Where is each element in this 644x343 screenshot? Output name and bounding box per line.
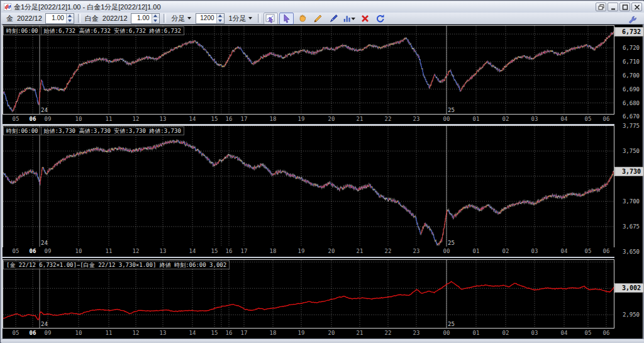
- time-axis-label: 02: [502, 116, 509, 122]
- time-axis-label: 14: [189, 248, 196, 254]
- platinum-candlestick-chart[interactable]: 2425 時刻:06:00 始値:3,730 高値:3,730 安値:3,730…: [3, 125, 614, 247]
- interval-dropdown[interactable]: 1分足: [228, 13, 253, 24]
- platinum-ohlc-cell: 始値:3,730 高値:3,730 安値:3,730 終値:3,730: [41, 127, 184, 135]
- time-axis-label: 19: [298, 248, 305, 254]
- gold-contract-month: 2022/12: [17, 14, 42, 22]
- window-bottom-frame: [1, 339, 644, 343]
- platinum-multiplier-spinner[interactable]: 1.00: [131, 13, 160, 24]
- pan-tool-button[interactable]: [295, 13, 309, 25]
- date-marker-label: 25: [448, 107, 455, 113]
- plat-mult-up-button[interactable]: [152, 14, 159, 19]
- date-marker-label: 24: [41, 240, 48, 246]
- chart-type-button[interactable]: [342, 13, 357, 25]
- bar-count-spinner[interactable]: 1200: [196, 13, 225, 24]
- bar-type-dropdown[interactable]: 分足: [170, 13, 192, 24]
- time-axis-label: 13: [160, 248, 167, 254]
- gold-candlestick-chart[interactable]: 2425 時刻:06:00 始値:6,732 高値:6,732 安値:6,732…: [3, 25, 614, 115]
- toolbar-separator: [258, 14, 260, 23]
- plat-mult-down-button[interactable]: [152, 18, 159, 23]
- window-title: 金1分足[2022/12]1.00 - 白金1分足[2022/12]1.00: [14, 3, 161, 12]
- chevron-down-icon: [248, 17, 252, 20]
- refresh-button[interactable]: [374, 13, 388, 25]
- bar-type-label: 分足: [172, 14, 186, 23]
- spread-info-row: [金 22/12 6,732×1.00]−[白金 22/12 3,730×1.0…: [4, 261, 230, 269]
- price-axis-label: 6,680: [623, 100, 640, 106]
- time-axis-label: 23: [413, 116, 420, 122]
- time-axis-label: 03: [531, 248, 538, 254]
- time-axis-label: 03: [531, 116, 538, 122]
- time-axis-label: 05: [13, 116, 19, 122]
- time-axis-label: 18: [270, 116, 277, 122]
- minimize-button[interactable]: [608, 3, 618, 11]
- time-axis-label: 01: [473, 116, 480, 122]
- time-axis-label: 01: [473, 330, 480, 336]
- time-axis-label: 15: [211, 248, 218, 254]
- time-axis-label: 18: [270, 330, 277, 336]
- gold-mult-down-button[interactable]: [67, 18, 74, 23]
- toolbar-separator: [78, 14, 80, 23]
- gold-multiplier-value[interactable]: 1.00: [46, 14, 66, 23]
- gold-multiplier-spinner[interactable]: 1.00: [45, 13, 74, 24]
- spread-time-axis: 0506091011121314151617181920212223000102…: [3, 329, 614, 338]
- close-icon: [634, 4, 640, 10]
- time-axis-label: 21: [357, 248, 364, 254]
- select-tool-button[interactable]: [279, 13, 294, 25]
- pen-tool-button[interactable]: [326, 13, 341, 25]
- bar-count-value[interactable]: 1200: [196, 14, 216, 23]
- gold-mult-up-button[interactable]: [67, 14, 74, 19]
- bar-count-down-button[interactable]: [217, 18, 224, 23]
- date-marker-label: 25: [448, 321, 455, 327]
- chevron-down-icon: [187, 17, 191, 20]
- time-axis-label: 05: [585, 116, 592, 122]
- platinum-current-price-box: 3,730: [614, 167, 644, 176]
- time-axis-label: 05: [13, 330, 19, 336]
- chart-window: 金1分足[2022/12]1.00 - 白金1分足[2022/12]1.00: [0, 0, 644, 343]
- bar-count-up-button[interactable]: [217, 14, 224, 19]
- chart-content-area: 2425 時刻:06:00 始値:6,732 高値:6,732 安値:6,732…: [3, 25, 643, 339]
- time-axis-label: 13: [160, 116, 167, 122]
- gold-current-price-box: 6,732: [614, 27, 644, 37]
- price-axis-label: 3,700: [623, 198, 640, 205]
- maximize-icon: [622, 4, 628, 10]
- time-axis-label: 04: [561, 248, 568, 254]
- platinum-multiplier-value[interactable]: 1.00: [131, 14, 152, 23]
- time-axis-label: 09: [45, 116, 52, 122]
- time-axis-label: 21: [357, 330, 364, 336]
- time-axis-label: 05: [585, 248, 592, 254]
- time-axis-label: 20: [328, 116, 335, 122]
- maximize-button[interactable]: [619, 3, 630, 11]
- platinum-time-axis: 0506091011121314151617181920212223000102…: [3, 247, 614, 256]
- candle-plot-svg: 2425: [3, 26, 614, 114]
- chart-pointer-tool-button[interactable]: [264, 13, 278, 25]
- refresh-icon: [375, 14, 386, 23]
- panel-separator: [3, 257, 643, 258]
- clear-drawings-button[interactable]: [358, 13, 372, 25]
- pencil-tool-button[interactable]: [311, 13, 325, 25]
- select-arrow-icon: [282, 14, 291, 23]
- time-axis-label: 19: [298, 116, 305, 122]
- float-window-button[interactable]: [596, 3, 606, 11]
- title-bar[interactable]: 金1分足[2022/12]1.00 - 白金1分足[2022/12]1.00: [1, 1, 644, 13]
- date-marker-label: 24: [41, 321, 48, 327]
- date-marker-label: 24: [41, 107, 48, 113]
- app-candle-icon: [4, 3, 11, 11]
- time-axis-label: 06: [30, 248, 36, 254]
- time-axis-label: 00: [443, 248, 450, 254]
- time-axis-label: 09: [45, 248, 52, 254]
- time-axis-label: 11: [106, 116, 113, 122]
- time-axis-label: 10: [75, 116, 82, 122]
- chart-pointer-icon: [265, 14, 275, 23]
- platinum-info-row: 時刻:06:00 始値:3,730 高値:3,730 安値:3,730 終値:3…: [4, 127, 184, 135]
- price-axis-label: 3,750: [623, 148, 640, 154]
- spread-line-chart[interactable]: 2425 [金 22/12 6,732×1.00]−[白金 22/12 3,73…: [3, 259, 614, 329]
- time-axis-label: 10: [75, 330, 82, 336]
- price-axis-label: 3,775: [623, 123, 640, 129]
- time-axis-label: 15: [211, 116, 218, 122]
- close-button[interactable]: [631, 3, 642, 11]
- price-axis-label: 6,670: [623, 113, 640, 120]
- time-axis-label: 15: [211, 330, 218, 336]
- time-axis-label: 12: [133, 330, 140, 336]
- price-axis-label: 3,650: [623, 249, 640, 255]
- time-axis-label: 22: [385, 116, 392, 122]
- platinum-time-cell: 時刻:06:00: [3, 127, 42, 135]
